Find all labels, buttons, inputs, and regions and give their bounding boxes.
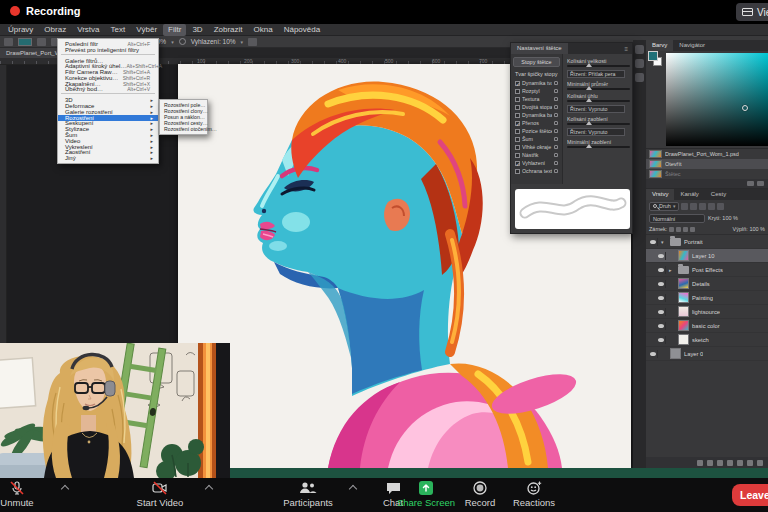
layer-row[interactable]: lightsource [646,305,768,319]
layer-row[interactable]: Layer 10 [646,249,768,263]
video-chevron-icon[interactable] [206,484,212,490]
unmute-button[interactable]: Unmute [0,480,49,510]
brush-option-row[interactable]: Ochrana textury [513,167,560,175]
lock-transparency-icon[interactable] [669,227,674,232]
gear-icon[interactable] [248,38,257,46]
visibility-eye-icon[interactable] [656,336,666,344]
layer-thumbnail[interactable] [678,278,689,289]
layer-thumbnail[interactable] [670,238,681,246]
airbrush-icon[interactable] [179,38,186,45]
visibility-eye-icon[interactable] [656,322,666,330]
smoothing-option[interactable]: Vyhlazení: 10% [191,38,236,45]
visibility-eye-icon[interactable] [648,350,658,358]
brush-slider-row[interactable]: Kolísání velikosti [567,58,630,67]
brushes-button[interactable]: Stopy štětce [513,57,560,67]
checkbox-icon[interactable] [515,105,520,110]
layer-row[interactable]: Details [646,277,768,291]
color-picker-ring[interactable] [742,105,748,111]
lock-icon[interactable] [554,105,558,109]
brush-option-row[interactable]: Nástřik [513,151,560,159]
slider-handle[interactable] [586,98,592,102]
layer-row[interactable]: basic color [646,319,768,333]
group-expander-icon[interactable] [661,239,667,245]
brush-tip-shape-item[interactable]: Tvar špičky stopy [513,70,560,78]
reactions-button[interactable]: Reactions [503,480,565,510]
lock-icon[interactable] [554,97,558,101]
filter-smart-icon[interactable] [717,203,724,210]
layer-row[interactable]: sketch [646,333,768,347]
lock-icon[interactable] [554,89,558,93]
menu-item[interactable]: Vrstva [72,24,104,36]
submenu-item[interactable]: Rozostření otočením… [160,126,207,132]
layer-thumbnail[interactable] [678,306,689,317]
menu-item[interactable]: Zobrazit [209,24,248,36]
panel-icon[interactable] [635,59,644,68]
brush-option-row[interactable]: Dynamika barvy [513,111,560,119]
opacity-value[interactable]: Krytí: 100 % [708,215,738,221]
layer-thumbnail[interactable] [678,266,689,274]
panel-menu-icon[interactable]: ≡ [624,46,632,52]
brush-preset-icon[interactable] [37,38,46,46]
filter-shape-icon[interactable] [708,203,715,210]
panel-tab[interactable]: Navigátor [673,40,711,51]
layer-kind-filter[interactable]: Druh ▾ [649,202,679,211]
lock-icon[interactable] [554,137,558,141]
brush-slider-row[interactable]: Kolísání zaoblení [567,116,630,125]
filter-menu-item[interactable]: Úběžný bod… Alt+Ctrl+V [58,87,158,93]
layer-thumbnail[interactable] [678,320,689,331]
layer-row[interactable]: Post Effects [646,263,768,277]
blend-mode-select[interactable]: Normální [649,214,705,223]
menu-item[interactable]: Text [106,24,131,36]
start-video-button[interactable]: Start Video [122,480,198,510]
participants-chevron-icon[interactable] [350,484,356,490]
layer-thumbnail[interactable] [678,292,689,303]
slider-handle[interactable] [586,86,592,90]
panel-icon[interactable] [635,73,644,82]
visibility-eye-icon[interactable] [656,252,666,260]
checkbox-icon[interactable] [515,97,520,102]
brush-slider-row[interactable]: Řízení: Přítlak pera [567,70,630,78]
brush-option-row[interactable]: Textura [513,95,560,103]
checkbox-icon[interactable] [515,113,520,118]
visibility-eye-icon[interactable] [656,308,666,316]
layer-row[interactable]: Painting [646,291,768,305]
filter-menu-item[interactable] [61,93,155,96]
brush-option-row[interactable]: Šum [513,135,560,143]
visibility-eye-icon[interactable] [656,280,666,288]
history-row[interactable]: Štětec [646,169,768,179]
brush-slider-row[interactable]: Řízení: Vypnuto [567,105,630,113]
slider-handle[interactable] [586,121,592,125]
slider-track[interactable] [567,65,630,67]
lock-icon[interactable] [554,153,558,157]
lock-icon[interactable] [554,121,558,125]
layer-thumbnail[interactable] [678,334,689,345]
brush-option-row[interactable]: Dvojitá stopa [513,103,560,111]
fill-value[interactable]: Výplň: 100 % [733,226,765,232]
brush-tool-icon[interactable] [4,38,13,46]
checkbox-icon[interactable] [515,121,520,126]
lock-position-icon[interactable] [683,227,688,232]
lock-icon[interactable] [554,81,558,85]
lock-icon[interactable] [554,169,558,173]
filter-pixel-icon[interactable] [681,203,688,210]
menu-item[interactable]: Nápověda [279,24,325,36]
filter-adjustment-icon[interactable] [690,203,697,210]
menu-item[interactable]: 3D [187,24,207,36]
brush-slider-row[interactable]: Kolísání úhlu [567,93,630,102]
brush-settings-tab[interactable]: Nastavení štětce [511,43,568,54]
menu-item[interactable]: Výběr [131,24,162,36]
filter-type-icon[interactable] [699,203,706,210]
menu-item[interactable]: Filtr [163,24,186,36]
brush-slider-row[interactable]: Minimální průměr [567,81,630,90]
lock-icon[interactable] [554,161,558,165]
mute-chevron-icon[interactable] [62,484,68,490]
checkbox-icon[interactable] [515,145,520,150]
lock-icon[interactable] [554,113,558,117]
checkbox-icon[interactable] [515,161,520,166]
checkbox-icon[interactable] [515,169,520,174]
slider-track[interactable] [567,146,630,148]
layer-row[interactable]: Portrait [646,235,768,249]
layer-row[interactable]: Layer 0 [646,347,768,361]
leave-button[interactable]: Leave [732,484,768,506]
visibility-eye-icon[interactable] [648,238,658,246]
